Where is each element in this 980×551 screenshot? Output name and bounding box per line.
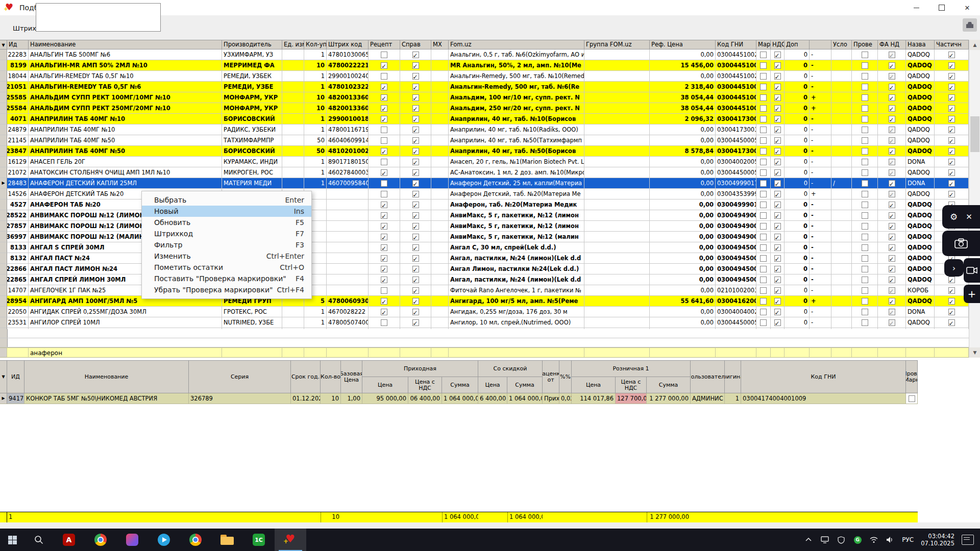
nds-checkbox[interactable] [774,309,781,315]
mark-checkbox[interactable] [760,319,767,326]
partial-checkbox[interactable] [948,52,955,58]
vertical-scrollbar[interactable]: ▲ ▼ [969,40,980,358]
speaker-icon[interactable] [886,535,895,544]
recept-checkbox[interactable] [381,62,387,69]
prove-checkbox[interactable] [862,255,868,262]
scroll-up-arrow-icon[interactable]: ▲ [969,40,980,50]
prove-checkbox[interactable] [862,223,868,230]
barcode-input[interactable] [36,3,161,32]
fa-nd-checkbox[interactable] [889,287,895,294]
mark-checkbox[interactable] [760,105,767,112]
product-row[interactable]: 25585АНАЛЬДИМ СУПП РЕКТ 100МГ/10МГ №10МО… [0,92,969,103]
sprav-checkbox[interactable] [412,191,419,197]
col-kod-gni[interactable]: Код ГНИ [741,361,906,393]
filter-cell[interactable] [304,347,327,358]
prove-checkbox[interactable] [862,212,868,219]
filter-cell[interactable] [222,347,282,358]
recept-checkbox[interactable] [381,266,387,272]
cell-prove-mark[interactable] [906,393,918,404]
menu-item[interactable]: Убрать "Проверка маркировки"Ctrl+F4 [142,284,311,295]
product-row[interactable]: 16129АНАСЕП ГЕЛЬ 20ГКУРАМАКС, ИНДИ189017… [0,157,969,167]
recept-checkbox[interactable] [381,319,387,326]
filter-cell[interactable] [369,347,400,358]
partial-checkbox[interactable] [948,73,955,80]
column-header[interactable]: Реф. Цена [650,40,716,49]
wifi-icon[interactable] [869,535,878,544]
fa-nd-checkbox[interactable] [889,180,895,187]
filter-cell[interactable] [771,347,785,358]
column-header[interactable]: Частичн [935,40,969,49]
prove-checkbox[interactable] [862,94,868,101]
prove-checkbox[interactable] [862,191,868,197]
fa-nd-checkbox[interactable] [889,84,895,90]
nds-checkbox[interactable] [774,180,781,187]
fa-nd-checkbox[interactable] [889,191,895,197]
recept-checkbox[interactable] [381,223,387,230]
nds-checkbox[interactable] [774,159,781,165]
recept-checkbox[interactable] [381,73,387,80]
filter-cell[interactable] [716,347,756,358]
expand-button[interactable]: › [944,259,964,277]
mark-checkbox[interactable] [760,212,767,219]
filter-cell[interactable] [327,347,369,358]
selected-item-row[interactable]: ▶ 9417 КОНКОР ТАБ 5МГ №50\НИКОМЕД АВСТРИ… [0,393,918,404]
prove-checkbox[interactable] [862,148,868,155]
taskbar-app-telegram[interactable] [148,529,180,551]
sprav-checkbox[interactable] [412,309,419,315]
sprav-checkbox[interactable] [412,52,419,58]
column-header[interactable]: Марк [756,40,771,49]
filter-cell[interactable] [852,347,878,358]
prove-checkbox[interactable] [862,287,868,294]
nds-checkbox[interactable] [774,127,781,133]
sprav-checkbox[interactable] [412,116,419,122]
product-row[interactable]: 18044АНАЛЬГИН-REMEDY ТАБ 0,5Г №10РЕМЕДИ,… [0,71,969,82]
fa-nd-checkbox[interactable] [889,62,895,69]
sprav-checkbox[interactable] [412,84,419,90]
tray-icon-display[interactable] [820,535,829,544]
sprav-checkbox[interactable] [412,234,419,240]
column-header[interactable]: Усло [831,40,852,49]
product-row[interactable]: 25584АНАЛЬДИМ СУПП РЕКТ 250МГ/20МГ №10МО… [0,103,969,114]
nds-checkbox[interactable] [774,191,781,197]
col-skidka-summa[interactable]: Сумма [507,377,543,393]
header-indicator[interactable]: ▼ [0,40,7,49]
prove-checkbox[interactable] [862,52,868,58]
nds-checkbox[interactable] [774,234,781,240]
menu-item[interactable]: НовыйIns [142,206,311,217]
prove-checkbox[interactable] [862,159,868,165]
filter-cell[interactable] [935,347,969,358]
nds-checkbox[interactable] [774,202,781,208]
nds-checkbox[interactable] [774,105,781,112]
menu-item[interactable]: Поставить "Проверка маркировки"F4 [142,273,311,284]
fa-nd-checkbox[interactable] [889,298,895,305]
prove-checkbox[interactable] [862,266,868,272]
mark-checkbox[interactable] [760,127,767,133]
nds-checkbox[interactable] [774,62,781,69]
col-prihod-cena-nds[interactable]: Цена с НДС [408,377,442,393]
taskbar-app-media[interactable] [116,529,148,551]
mark-checkbox[interactable] [760,52,767,58]
recept-checkbox[interactable] [381,169,387,176]
sprav-checkbox[interactable] [412,287,419,294]
prove-mark-checkbox[interactable] [909,395,915,402]
maximize-button[interactable] [929,0,954,15]
tray-icon-shield[interactable] [837,535,846,544]
mark-checkbox[interactable] [760,287,767,294]
mark-checkbox[interactable] [760,191,767,197]
notification-center-icon[interactable] [962,535,974,545]
filter-cell[interactable] [785,347,810,358]
prove-checkbox[interactable] [862,62,868,69]
prove-checkbox[interactable] [862,244,868,251]
start-button[interactable] [0,529,24,551]
partial-checkbox[interactable] [948,287,955,294]
fa-nd-checkbox[interactable] [889,94,895,101]
fa-nd-checkbox[interactable] [889,116,895,122]
nds-checkbox[interactable] [774,212,781,219]
col-prove-mark[interactable]: Прове Марк [906,361,918,393]
prove-checkbox[interactable] [862,127,868,133]
fa-nd-checkbox[interactable] [889,234,895,240]
recept-checkbox[interactable] [381,298,387,305]
product-row[interactable]: 21072АНАТОКСИН СТОЛБНЯЧ ОЧИЩ АМП 1МЛ №10… [0,167,969,178]
recept-checkbox[interactable] [381,148,387,155]
sprav-checkbox[interactable] [412,255,419,262]
